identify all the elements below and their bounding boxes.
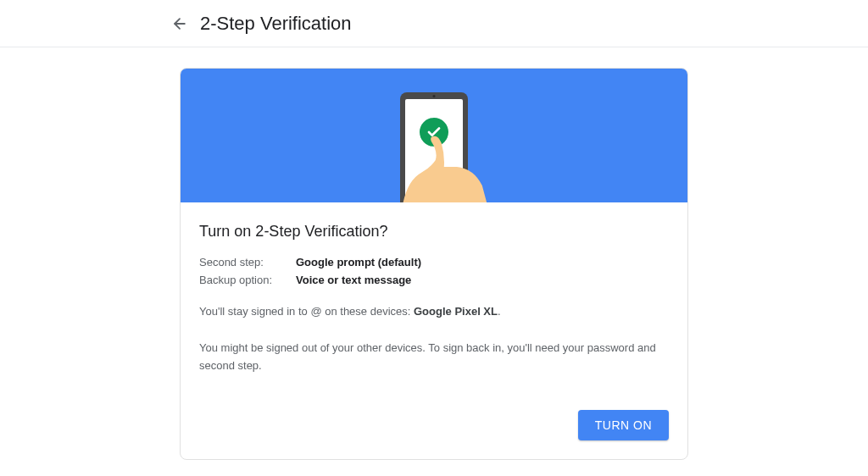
- second-step-label: Second step:: [199, 256, 296, 268]
- signed-in-middle: on these devices:: [325, 305, 414, 318]
- card-heading: Turn on 2-Step Verification?: [199, 223, 669, 241]
- card-content: Turn on 2-Step Verification? Second step…: [181, 202, 687, 459]
- signed-in-text: You'll stay signed in to @ on these devi…: [199, 303, 669, 321]
- phone-screen: [405, 99, 463, 202]
- second-step-value: Google prompt (default): [296, 256, 421, 268]
- signed-in-device: Google Pixel XL: [414, 305, 498, 318]
- second-step-row: Second step: Google prompt (default): [199, 256, 669, 268]
- backup-option-value: Voice or text message: [296, 274, 411, 286]
- back-arrow-icon[interactable]: [170, 14, 190, 34]
- check-circle-icon: [420, 118, 448, 147]
- signed-in-prefix: You'll stay signed in to: [199, 305, 310, 318]
- backup-option-row: Backup option: Voice or text message: [199, 274, 669, 286]
- signed-in-email: @: [310, 305, 321, 318]
- signed-in-suffix: .: [498, 305, 501, 318]
- phone-illustration: [400, 92, 468, 202]
- page-title: 2-Step Verification: [200, 13, 352, 35]
- hero-illustration: [181, 69, 687, 202]
- signout-note: You might be signed out of your other de…: [199, 340, 669, 375]
- turn-on-button[interactable]: TURN ON: [578, 410, 669, 440]
- backup-option-label: Backup option:: [199, 274, 296, 286]
- verification-card: Turn on 2-Step Verification? Second step…: [180, 68, 688, 460]
- page-header: 2-Step Verification: [0, 0, 868, 47]
- action-row: TURN ON: [199, 410, 669, 440]
